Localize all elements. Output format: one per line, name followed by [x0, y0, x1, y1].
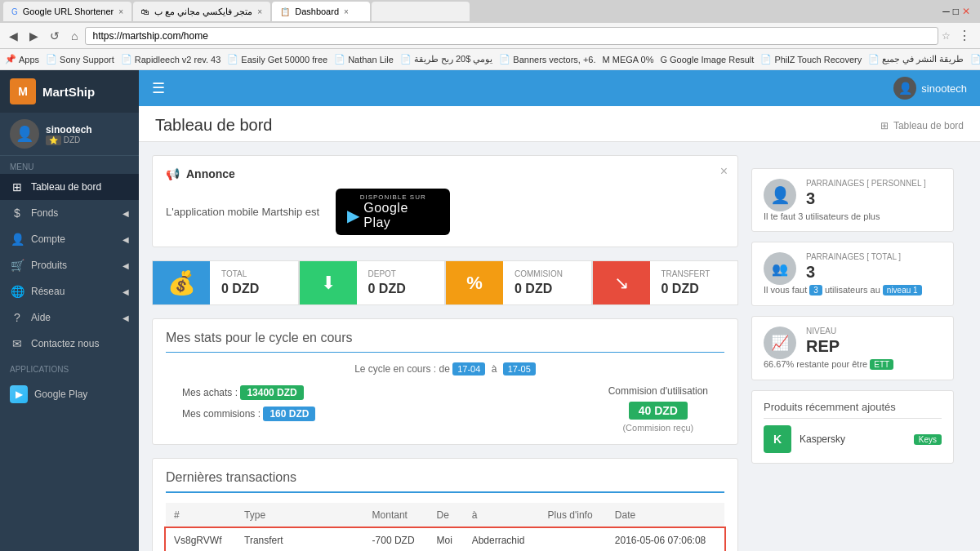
navbar-user: 👤 sinootech [893, 77, 967, 100]
bookmark-yawmi[interactable]: 📄 يومي $20 ربح طريقة [400, 54, 493, 64]
back-button[interactable]: ◀ [5, 28, 22, 44]
annonce-close-button[interactable]: × [720, 164, 728, 179]
cycle-grid: Mes achats : 13400 DZD Mes commisions : … [166, 385, 724, 433]
tab-close-icon[interactable]: × [257, 7, 262, 16]
home-button[interactable]: ⌂ [67, 28, 82, 44]
forward-button[interactable]: ▶ [25, 28, 42, 44]
annonce-header: 📢 Annonce [166, 167, 724, 180]
browser-chrome: G Google URL Shortener × 🛍 متجر فايكسي م… [0, 0, 980, 70]
bookmarks-bar: 📌 Apps 📄 Sony Support 📄 Rapidleech v2 re… [0, 49, 980, 70]
content-wrapper: 📢 Annonce L'application mobile Martship … [152, 155, 967, 551]
panel-users-icon: 👥 [764, 252, 796, 285]
bookmark-rapidleech[interactable]: 📄 Rapidleech v2 rev. 43 [121, 54, 221, 64]
sidebar-item-aide[interactable]: ? Aide ◀ [0, 304, 139, 331]
cell-montant: -700 DZD [364, 528, 429, 552]
page-title: Tableau de bord [155, 116, 272, 135]
stat-label-total: TOTAL [221, 269, 259, 278]
nav-bar: ◀ ▶ ↺ ⌂ ☆ ⋮ [0, 23, 980, 49]
close-btn[interactable]: ✕ [962, 6, 970, 17]
panel-chart-icon-wrapper: 📈 [764, 327, 796, 359]
product-badge-kaspersky: Keys [914, 434, 942, 445]
cell-de: Moi [429, 528, 464, 552]
panel-badge-niveau: niveau 1 [883, 285, 922, 295]
transactions-box: Dernières transactions # Type Montant De… [152, 458, 738, 551]
sidebar-item-contact[interactable]: ✉ Contactez nous [0, 331, 139, 357]
col-id: # [166, 503, 236, 528]
tab-empty[interactable] [372, 2, 470, 21]
top-navbar: ☰ 👤 sinootech [139, 70, 980, 106]
cycle-box: Mes stats pour le cycle en cours Le cycl… [152, 318, 738, 445]
products-section: Produits récemment ajoutés K Kaspersky K… [751, 390, 954, 464]
product-icon-kaspersky: K [764, 425, 791, 453]
bookmark-arabic2[interactable]: 📄 طريقة النشر في جميع [868, 54, 964, 64]
annonce-text: L'application mobile Martship est [166, 206, 319, 218]
cycle-purchases-row: Mes achats : 13400 DZD [182, 385, 315, 400]
menu-button[interactable]: ⋮ [954, 26, 975, 45]
maximize-btn[interactable]: □ [953, 6, 959, 17]
bookmark-star[interactable]: ☆ [942, 30, 951, 42]
address-bar[interactable] [85, 27, 938, 45]
cycle-from-badge: 17-04 [452, 362, 485, 375]
menu-label: Menu [0, 156, 139, 174]
gp-name-text: Google Play [363, 201, 439, 230]
cycle-usage-value: 40 DZD [629, 402, 688, 420]
sidebar-item-fonds[interactable]: $ Fonds ◀ [0, 200, 139, 226]
bookmark-mega[interactable]: M MEGA 0% [603, 55, 654, 64]
stat-value-total: 0 DZD [221, 282, 259, 296]
google-play-badge[interactable]: DISPONIBLE SUR ▶ Google Play [336, 189, 450, 235]
tab-bar: G Google URL Shortener × 🛍 متجر فايكسي م… [0, 0, 980, 23]
dashboard-body: 📢 Annonce L'application mobile Martship … [139, 142, 980, 551]
stats-row: 💰 TOTAL 0 DZD ⬇ DEPOT 0 DZD [152, 260, 738, 305]
breadcrumb-label: Tableau de bord [893, 120, 964, 131]
navbar-avatar: 👤 [893, 77, 916, 100]
cycle-usage-sub: (Commision reçu) [608, 423, 708, 433]
panel-parrainages-total: 👥 PARRAINAGES [ TOTAL ] 3 Il vous faut 3… [751, 242, 954, 306]
compte-arrow-icon: ◀ [122, 235, 129, 244]
tab-dashboard[interactable]: 📋 Dashboard × [272, 2, 370, 21]
navbar-right: 👤 sinootech [893, 77, 967, 100]
sidebar-user: 👤 sinootech ⭐ DZD [0, 113, 139, 156]
sidebar-item-reseau[interactable]: 🌐 Réseau ◀ [0, 278, 139, 304]
col-de: De [429, 503, 464, 528]
breadcrumb-icon: ⊞ [880, 120, 889, 131]
bookmark-apps[interactable]: 📌 Apps [5, 54, 39, 64]
tab-close-icon[interactable]: × [344, 7, 349, 16]
bookmark-google-image[interactable]: G Google Image Result [660, 55, 754, 64]
gp-play-icon: ▶ [347, 206, 359, 225]
table-header: # Type Montant De à Plus d'info Date [166, 503, 724, 528]
panel-badge-total: 3 [809, 285, 822, 295]
panel-niveau: 📈 NIVEAU REP 66.67% restante pour être E… [751, 316, 954, 380]
transactions-title: Dernières transactions [166, 470, 724, 493]
hamburger-icon[interactable]: ☰ [152, 79, 165, 97]
sidebar-item-compte[interactable]: 👤 Compte ◀ [0, 226, 139, 252]
tab-google-shortener[interactable]: G Google URL Shortener × [3, 2, 131, 21]
product-item-kaspersky[interactable]: K Kaspersky Keys [764, 425, 942, 453]
cell-type: Transfert [236, 528, 364, 552]
tab-close-icon[interactable]: × [118, 7, 123, 16]
bookmark-sony[interactable]: 📄 Sony Support [46, 54, 114, 64]
sidebar-item-tableau[interactable]: ⊞ Tableau de bord [0, 174, 139, 200]
sidebar-item-produits[interactable]: 🛒 Produits ◀ [0, 252, 139, 278]
cycle-purchases-value: 13400 DZD [240, 385, 303, 400]
stat-info-transfert: TRANSFERT 0 DZD [650, 261, 722, 304]
stat-label-depot: DEPOT [368, 269, 406, 278]
sidebar-item-google-play[interactable]: ▶ Google Play [0, 379, 139, 410]
cycle-usage-title: Commision d'utilisation [608, 385, 708, 397]
sidebar: M MartShip 👤 sinootech ⭐ DZD Menu ⊞ Tabl… [0, 70, 139, 551]
cell-id: Vs8gRVWf [166, 528, 236, 552]
bookmark-youtube[interactable]: 📄 YouTube Trends [970, 54, 980, 64]
bookmark-nathan[interactable]: 📄 Nathan Lile [334, 54, 394, 64]
cell-plus [540, 528, 607, 552]
minimize-btn[interactable]: ─ [942, 6, 950, 17]
stat-label-commission: COMMISION [514, 269, 563, 278]
sidebar-logo: M MartShip [0, 70, 139, 113]
stat-label-transfert: TRANSFERT [662, 269, 710, 278]
tableau-icon: ⊞ [10, 180, 24, 193]
reload-button[interactable]: ↺ [46, 28, 64, 44]
bookmark-50000[interactable]: 📄 Easily Get 50000 free [227, 54, 327, 64]
tab-arabic[interactable]: 🛍 متجر فايكسي مجاني مع ب × [133, 2, 270, 21]
bookmark-philz[interactable]: 📄 PhilZ Touch Recovery [760, 54, 862, 64]
stat-value-commission: 0 DZD [514, 282, 563, 296]
cycle-title: Mes stats pour le cycle en cours [166, 331, 724, 353]
bookmark-banners[interactable]: 📄 Banners vectors, +6. [499, 54, 595, 64]
